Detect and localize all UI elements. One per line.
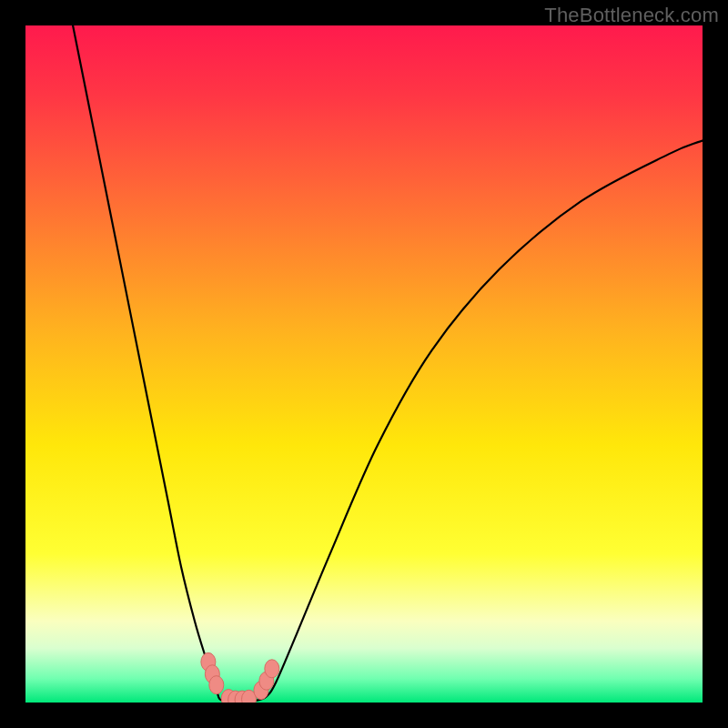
watermark-text: TheBottleneck.com [544,4,719,27]
curve-marker [209,676,224,694]
chart-frame [25,25,703,703]
bottleneck-curve-chart [25,25,703,703]
gradient-background [25,25,703,703]
curve-marker [265,660,279,678]
